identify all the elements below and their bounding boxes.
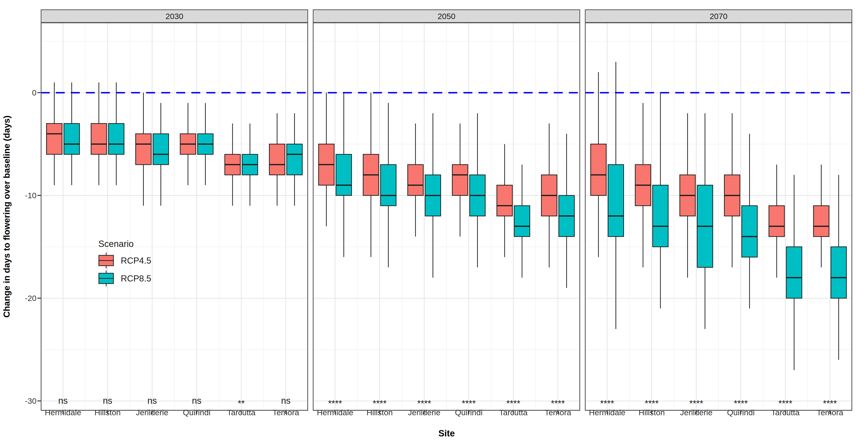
significance-label: ns [147, 396, 157, 406]
x-tick-label-Jerilderie: Jerilderie [670, 408, 722, 417]
box-iqr [769, 206, 784, 237]
box-iqr [380, 165, 396, 206]
significance-label: **** [645, 399, 658, 408]
significance-label: **** [600, 399, 614, 408]
facet-2070: ************************2070HermidaleHil… [585, 9, 852, 416]
x-tick-label-Hillston: Hillston [626, 408, 678, 417]
legend-label: RCP8.5 [121, 274, 151, 283]
box-iqr [269, 144, 285, 175]
x-tick-label-Jerilderie: Jerilderie [126, 408, 178, 417]
facet-strip-label: 2050 [437, 12, 456, 21]
facet-svg-2050: ************************2050 [313, 9, 580, 415]
box-iqr [786, 247, 802, 298]
x-tick-label-Quirindi: Quirindi [715, 408, 767, 417]
box-iqr [742, 206, 757, 257]
facet-svg-2030: nsnsnsns**nsScenarioRCP4.5RCP8.52030 [41, 9, 308, 415]
box-iqr [64, 124, 80, 154]
y-tick-mark [37, 401, 41, 401]
x-tick-label-Quirindi: Quirindi [171, 408, 223, 417]
box-iqr [108, 124, 124, 154]
x-tick-label-Jerilderie: Jerilderie [398, 408, 450, 417]
box-iqr [514, 206, 530, 237]
significance-label: ns [192, 396, 202, 406]
significance-label: ns [103, 396, 112, 406]
boxplot-figure: Change in days to flowering over baselin… [0, 0, 868, 447]
box-iqr [153, 134, 168, 165]
significance-label: **** [734, 399, 748, 408]
box-iqr [135, 134, 151, 165]
y-axis-title: Change in days to flowering over baselin… [2, 115, 12, 317]
significance-label: **** [328, 399, 342, 408]
significance-label: **** [778, 399, 792, 408]
legend-label: RCP4.5 [121, 256, 151, 266]
facet-panels: nsnsnsns**nsScenarioRCP4.5RCP8.52030Herm… [41, 9, 852, 430]
facet-svg-2070: ************************2070 [585, 9, 852, 415]
significance-label: **** [689, 399, 703, 408]
facet-2050: ************************2050HermidaleHil… [313, 9, 580, 416]
box-iqr [336, 154, 352, 196]
box-iqr [813, 206, 829, 237]
x-tick-label-Temora: Temora [804, 408, 856, 417]
y-tick-label-0: 0 [6, 88, 36, 97]
y-tick-label--10: -10 [6, 191, 36, 200]
significance-label: **** [823, 399, 837, 408]
legend-title: Scenario [98, 239, 134, 249]
significance-label: **** [417, 399, 431, 408]
y-tick-mark [37, 92, 41, 93]
facet-strip-label: 2030 [165, 12, 183, 21]
box-iqr [591, 144, 606, 196]
x-tick-label-Temora: Temora [532, 408, 584, 417]
significance-label: ns [58, 396, 68, 406]
box-iqr [608, 165, 624, 237]
box-iqr [287, 144, 302, 175]
significance-label: ** [238, 399, 245, 408]
box-iqr [46, 124, 62, 154]
x-tick-label-Tarcutta: Tarcutta [760, 408, 811, 417]
box-iqr [408, 165, 423, 196]
box-iqr [452, 165, 468, 196]
significance-label: ns [281, 396, 290, 406]
y-tick-mark [37, 195, 41, 196]
x-tick-label-Tarcutta: Tarcutta [215, 408, 267, 417]
facet-2030: nsnsnsns**nsScenarioRCP4.5RCP8.52030Herm… [41, 9, 308, 416]
box-iqr [497, 185, 513, 216]
x-axis-title: Site [41, 428, 852, 439]
x-tick-label-Hermidale: Hermidale [37, 408, 89, 417]
x-tick-label-Tarcutta: Tarcutta [488, 408, 539, 417]
significance-label: **** [462, 399, 476, 408]
box-iqr [831, 247, 846, 298]
y-tick-mark [37, 298, 41, 299]
x-tick-label-Hillston: Hillston [82, 408, 133, 417]
y-tick-label--20: -20 [6, 294, 36, 303]
x-tick-label-Hermidale: Hermidale [309, 408, 361, 417]
x-tick-label-Hermidale: Hermidale [581, 408, 633, 417]
significance-label: **** [506, 399, 520, 408]
x-tick-label-Hillston: Hillston [354, 408, 405, 417]
significance-label: **** [373, 399, 386, 408]
box-iqr [653, 185, 668, 247]
box-iqr [91, 124, 106, 154]
facet-strip-label: 2070 [710, 12, 727, 21]
significance-label: **** [551, 399, 565, 408]
y-tick-label--30: -30 [6, 396, 36, 406]
x-tick-label-Quirindi: Quirindi [443, 408, 495, 417]
x-tick-label-Temora: Temora [260, 408, 312, 417]
